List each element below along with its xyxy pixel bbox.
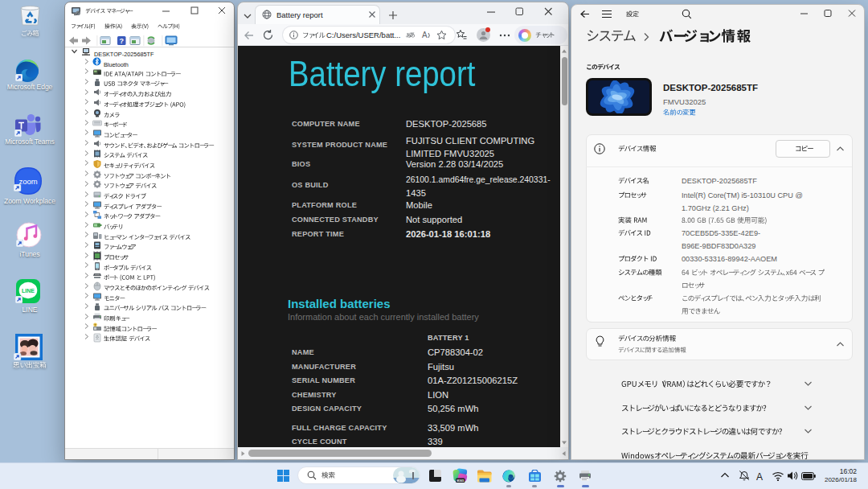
svg-text:M365: M365 <box>457 479 464 483</box>
svg-text:LINE: LINE <box>22 288 35 294</box>
svg-text:?: ? <box>119 37 124 45</box>
svg-text:A: A <box>422 31 428 39</box>
